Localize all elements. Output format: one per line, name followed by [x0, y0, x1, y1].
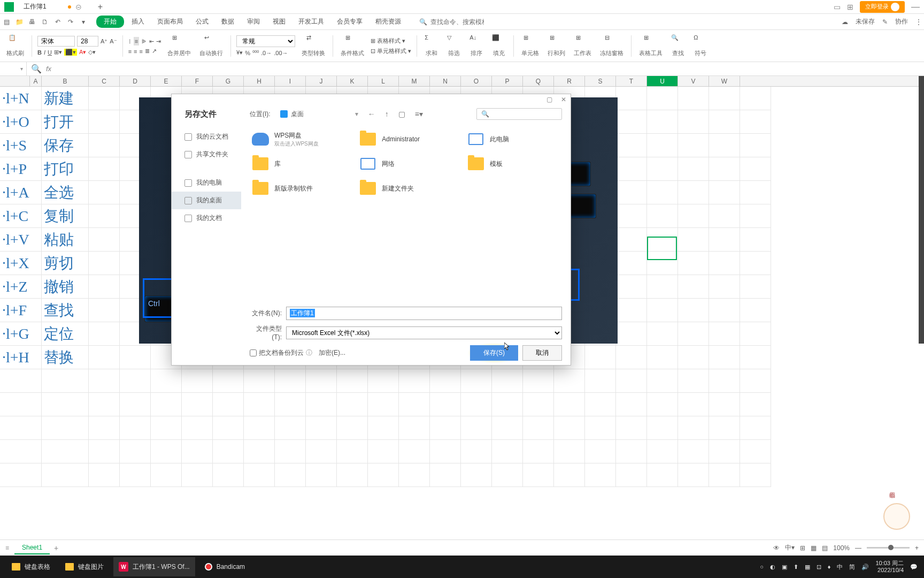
col-header[interactable]: Q: [523, 76, 554, 86]
indent-right-icon[interactable]: ⇥: [156, 38, 161, 45]
filename-input[interactable]: 工作簿1: [286, 307, 562, 320]
cloud-icon[interactable]: ☁: [842, 18, 848, 26]
mascot-widget[interactable]: 小心我们走: [883, 487, 915, 530]
file-icon[interactable]: ▤: [2, 18, 11, 26]
col-header[interactable]: L: [368, 76, 399, 86]
file-item[interactable]: 新版录制软件: [250, 178, 346, 199]
tab-data[interactable]: 数据: [216, 15, 240, 28]
undo-icon[interactable]: ↶: [53, 18, 62, 26]
preview-icon[interactable]: 🗋: [41, 18, 49, 26]
align-top-icon[interactable]: ⫶: [128, 38, 132, 44]
clear-format-icon[interactable]: ◇▾: [88, 49, 96, 56]
col-header[interactable]: E: [151, 76, 182, 86]
tray-icon[interactable]: ⬆: [794, 564, 798, 571]
italic-button[interactable]: I: [44, 49, 45, 56]
view-icon[interactable]: ≡▾: [415, 110, 423, 118]
symbol-icon[interactable]: Ω: [694, 34, 707, 48]
col-header[interactable]: N: [430, 76, 461, 86]
filter-icon[interactable]: ▽: [447, 34, 461, 48]
file-item[interactable]: WPS网盘双击进入WPS网盘: [250, 128, 346, 150]
add-sheet-button[interactable]: +: [54, 544, 58, 552]
save-icon[interactable]: 🖶: [28, 18, 36, 26]
col-header[interactable]: V: [678, 76, 709, 86]
align-center-icon[interactable]: ≡: [134, 48, 137, 55]
view-normal-icon[interactable]: ⊞: [800, 544, 805, 552]
file-item[interactable]: 新建文件夹: [357, 178, 454, 199]
collab-label[interactable]: 协作: [895, 17, 908, 26]
file-item[interactable]: 网络: [357, 153, 454, 174]
col-header[interactable]: B: [42, 76, 89, 86]
col-header[interactable]: J: [306, 76, 337, 86]
align-right-icon[interactable]: ≡: [140, 48, 143, 55]
tray-icon[interactable]: ▦: [805, 564, 810, 571]
dropdown-icon[interactable]: ▾: [79, 18, 88, 26]
col-header[interactable]: G: [213, 76, 244, 86]
dec-inc-icon[interactable]: .0→: [261, 50, 272, 56]
comma-icon[interactable]: ⁰⁰⁰: [252, 49, 259, 56]
col-header[interactable]: A: [30, 76, 42, 86]
file-item[interactable]: Administrator: [357, 128, 454, 150]
tab-insert[interactable]: 插入: [126, 15, 150, 28]
document-tab[interactable]: 工作簿1 ⊝: [17, 1, 88, 13]
tray-icon[interactable]: ⊡: [817, 564, 821, 571]
tab-start[interactable]: 开始: [96, 16, 124, 28]
currency-icon[interactable]: ¥▾: [236, 49, 243, 56]
redo-icon[interactable]: ↷: [66, 18, 75, 26]
underline-button[interactable]: U: [48, 49, 52, 56]
tab-layout[interactable]: 页面布局: [152, 15, 188, 28]
tray-icon[interactable]: 🔊: [861, 564, 869, 571]
col-header[interactable]: M: [399, 76, 430, 86]
sidebar-cloud[interactable]: 我的云文档: [172, 128, 241, 146]
tblfmt-button[interactable]: ⊞ 表格样式 ▾: [371, 37, 411, 45]
merge-icon[interactable]: ⊞: [172, 34, 186, 48]
newfolder-icon[interactable]: ▢: [398, 110, 405, 118]
col-header[interactable]: I: [275, 76, 306, 86]
rowcol-icon[interactable]: ⊞: [550, 34, 564, 48]
font-select[interactable]: [37, 36, 75, 47]
bold-button[interactable]: B: [37, 49, 42, 56]
border-icon[interactable]: ⊞▾: [54, 49, 62, 56]
cell-icon[interactable]: ⊞: [523, 34, 537, 48]
zoom-value[interactable]: 100%: [833, 544, 850, 552]
dec-dec-icon[interactable]: .00→: [274, 50, 288, 56]
decrease-font-icon[interactable]: A⁻: [110, 38, 117, 45]
search-cell-icon[interactable]: 🔍: [31, 64, 42, 74]
dialog-maximize-icon[interactable]: ▢: [546, 96, 552, 103]
fill-icon[interactable]: ⬛: [492, 34, 506, 48]
zoom-in-button[interactable]: +: [915, 544, 919, 552]
tray-ime[interactable]: 中: [837, 563, 843, 571]
paste-group[interactable]: 📋 格式刷: [4, 34, 26, 57]
col-header[interactable]: C: [89, 76, 120, 86]
minimize-icon[interactable]: —: [911, 2, 920, 12]
tab-formula[interactable]: 公式: [190, 15, 214, 28]
zoom-out-button[interactable]: —: [855, 544, 861, 552]
tray-icon[interactable]: ♦: [828, 564, 831, 570]
col-header[interactable]: U: [647, 76, 678, 86]
backup-checkbox[interactable]: 把文档备份到云 ⓘ: [250, 348, 312, 358]
cond-icon[interactable]: ⊞: [345, 34, 359, 48]
col-header[interactable]: T: [616, 76, 647, 86]
up-icon[interactable]: ↑: [385, 110, 389, 118]
file-item[interactable]: 模板: [465, 153, 562, 174]
indent-left-icon[interactable]: ⇤: [149, 38, 154, 45]
filetype-select[interactable]: Microsoft Excel 文件(*.xlsx): [286, 326, 562, 339]
font-color-icon[interactable]: A▾: [79, 49, 86, 56]
view-page-icon[interactable]: ▦: [811, 544, 817, 552]
tray-icon[interactable]: ○: [760, 564, 764, 570]
tools-icon[interactable]: ⊞: [644, 34, 658, 48]
collab-icon[interactable]: ✎: [882, 18, 888, 26]
align-left-icon[interactable]: ≡: [128, 48, 132, 55]
cellstyle-button[interactable]: ⊡ 单元格样式 ▾: [371, 47, 411, 55]
tray-icon[interactable]: ▣: [782, 564, 787, 571]
new-tab-button[interactable]: +: [98, 2, 103, 12]
save-button[interactable]: 保存(S): [470, 345, 518, 361]
col-header[interactable]: F: [182, 76, 213, 86]
tab-review[interactable]: 审阅: [242, 15, 265, 28]
format-select[interactable]: 常规: [236, 35, 295, 47]
more-icon[interactable]: ⋮: [915, 18, 922, 26]
col-header[interactable]: O: [461, 76, 492, 86]
view-break-icon[interactable]: ▤: [822, 544, 828, 552]
tab-view[interactable]: 视图: [267, 15, 291, 28]
dialog-close-icon[interactable]: ✕: [561, 96, 566, 103]
file-item[interactable]: 库: [250, 153, 346, 174]
